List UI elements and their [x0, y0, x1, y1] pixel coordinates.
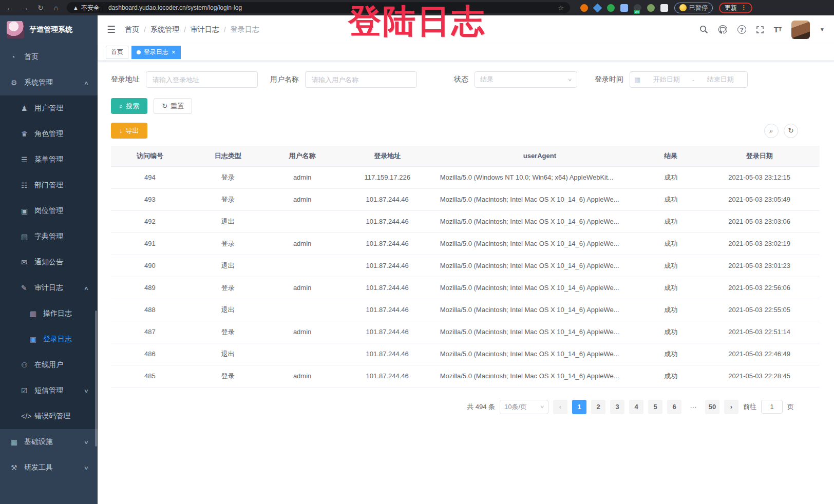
cell-type: 登录: [189, 365, 267, 387]
paused-extension-badge[interactable]: 已暂停: [674, 3, 713, 13]
reset-button[interactable]: ↻ 重置: [154, 98, 192, 114]
login-address-input[interactable]: [146, 71, 258, 88]
sidebar-scrollbar[interactable]: [95, 311, 97, 447]
table-row[interactable]: 488退出101.87.244.46Mozilla/5.0 (Macintosh…: [111, 299, 820, 321]
toggle-search-icon-button[interactable]: ⌕: [764, 124, 779, 138]
table-row[interactable]: 489登录admin101.87.244.46Mozilla/5.0 (Maci…: [111, 277, 820, 299]
sidebar-item-post-mgmt[interactable]: ▣岗位管理: [0, 198, 98, 224]
cell-user: admin: [267, 321, 338, 343]
url-text[interactable]: dashboard.yudao.iocoder.cn/system/log/lo…: [108, 4, 242, 11]
more-pages-icon[interactable]: ···: [686, 400, 700, 414]
user-avatar[interactable]: [791, 21, 810, 39]
ext-grid-icon[interactable]: [620, 4, 628, 12]
sidebar-item-errcode[interactable]: </>错误码管理: [0, 403, 98, 429]
page-button-2[interactable]: 2: [591, 400, 605, 414]
table-row[interactable]: 490退出101.87.244.46Mozilla/5.0 (Macintosh…: [111, 255, 820, 277]
breadcrumb-item-3[interactable]: 审计日志: [191, 25, 219, 34]
sidebar-item-menu-mgmt[interactable]: ☰菜单管理: [0, 147, 98, 172]
sidebar-item-devtool[interactable]: ⚒研发工具∨: [0, 455, 98, 480]
ext-orange-icon[interactable]: [580, 4, 588, 12]
status-select[interactable]: 结果 ∨: [475, 71, 577, 88]
cell-user: [267, 299, 338, 321]
tab-首页[interactable]: 首页: [106, 46, 128, 59]
close-tab-icon[interactable]: ×: [172, 49, 176, 55]
sidebar-item-label: 基础设施: [24, 437, 53, 447]
table-row[interactable]: 492退出101.87.244.46Mozilla/5.0 (Macintosh…: [111, 210, 820, 232]
browser-menu-icon[interactable]: ⋮: [741, 4, 747, 11]
export-button-label: 导出: [126, 126, 139, 135]
column-header-ip: 登录地址: [338, 146, 437, 166]
username-input[interactable]: [305, 71, 417, 88]
sidebar-item-role-mgmt[interactable]: ♛角色管理: [0, 121, 98, 147]
cell-ip: 101.87.244.46: [338, 343, 437, 365]
tab-登录日志[interactable]: 登录日志×: [131, 46, 181, 59]
sidebar-item-label: 部门管理: [34, 181, 63, 190]
reload-icon[interactable]: ↻: [36, 4, 45, 12]
bookmark-star-icon[interactable]: ☆: [558, 4, 564, 12]
table-row[interactable]: 485登录admin101.87.244.46Mozilla/5.0 (Maci…: [111, 365, 820, 387]
cell-ip: 117.159.17.226: [338, 166, 437, 188]
page-size-select[interactable]: 10条/页 ∨: [500, 400, 548, 414]
sidebar-item-online-user[interactable]: ⚇在线用户: [0, 352, 98, 378]
page-button-50[interactable]: 50: [705, 400, 719, 414]
chevron-down-icon[interactable]: ▼: [820, 27, 825, 32]
forward-icon[interactable]: →: [21, 4, 30, 12]
sidebar-item-system[interactable]: ⚙系统管理∧: [0, 70, 98, 95]
sidebar-item-user-mgmt[interactable]: ♟用户管理: [0, 95, 98, 121]
table-row[interactable]: 486退出101.87.244.46Mozilla/5.0 (Macintosh…: [111, 343, 820, 365]
sidebar-item-infra[interactable]: ▦基础设施∨: [0, 429, 98, 455]
page-button-1[interactable]: 1: [572, 400, 586, 414]
table-row[interactable]: 491登录admin101.87.244.46Mozilla/5.0 (Maci…: [111, 232, 820, 255]
github-icon[interactable]: [718, 25, 728, 34]
fullscreen-icon[interactable]: [756, 26, 764, 34]
help-icon[interactable]: ?: [737, 25, 746, 34]
ext-puzzle-icon[interactable]: [660, 4, 668, 12]
start-date-placeholder[interactable]: 开始日期: [643, 75, 689, 84]
page-button-4[interactable]: 4: [629, 400, 643, 414]
sidebar-item-label: 首页: [24, 52, 39, 62]
search-button[interactable]: ⌕ 搜索: [111, 98, 147, 114]
home-icon[interactable]: ⌂: [51, 4, 61, 12]
back-icon[interactable]: ←: [5, 4, 14, 12]
search-icon[interactable]: [699, 25, 708, 34]
export-button[interactable]: ↓ 导出: [111, 123, 147, 139]
next-page-button[interactable]: ›: [724, 400, 738, 414]
breadcrumb-item-2[interactable]: 系统管理: [150, 25, 179, 34]
status-label: 状态: [454, 75, 468, 84]
refresh-table-icon-button[interactable]: ↻: [784, 124, 798, 138]
cell-ip: 101.87.244.46: [338, 365, 437, 387]
address-bar[interactable]: ▲ 不安全 dashboard.yudao.iocoder.cn/system/…: [67, 2, 570, 13]
table-row[interactable]: 494登录admin117.159.17.226Mozilla/5.0 (Win…: [111, 166, 820, 188]
ext-leaf-icon[interactable]: [647, 4, 655, 12]
browser-update-button[interactable]: 更新 ⋮: [719, 3, 752, 13]
security-status[interactable]: ▲ 不安全: [73, 4, 104, 12]
sidebar-item-sms-mgmt[interactable]: ☑短信管理∨: [0, 378, 98, 403]
font-size-icon[interactable]: TT: [774, 25, 782, 34]
sidebar-logo-row[interactable]: 芋道管理系统: [0, 15, 98, 44]
login-time-range-picker[interactable]: ▦ 开始日期 - 结束日期: [630, 71, 748, 88]
sidebar-item-audit-log[interactable]: ✎审计日志∧: [0, 275, 98, 301]
cell-type: 登录: [189, 166, 267, 188]
sidebar-item-dict-mgmt[interactable]: ▤字典管理: [0, 224, 98, 249]
sidebar-item-dept-mgmt[interactable]: ☷部门管理: [0, 172, 98, 198]
ext-green-check-icon[interactable]: [607, 4, 615, 12]
end-date-placeholder[interactable]: 结束日期: [697, 75, 743, 84]
goto-page-input[interactable]: [761, 400, 783, 414]
page-button-5[interactable]: 5: [648, 400, 662, 414]
code-icon: </>: [21, 412, 34, 420]
ext-on-icon[interactable]: on: [634, 4, 641, 12]
sidebar-item-login-log[interactable]: ▣登录日志: [0, 326, 98, 352]
page-button-3[interactable]: 3: [610, 400, 624, 414]
prev-page-button[interactable]: ‹: [553, 400, 567, 414]
sidebar-item-notice[interactable]: ✉通知公告: [0, 249, 98, 275]
sidebar-item-operate-log[interactable]: ▥操作日志: [0, 301, 98, 326]
sidebar-item-home[interactable]: ◔首页: [0, 44, 98, 70]
breadcrumb-item-1[interactable]: 首页: [125, 25, 139, 34]
ext-blue-diamond-icon[interactable]: [593, 3, 602, 12]
table-row[interactable]: 487登录admin101.87.244.46Mozilla/5.0 (Maci…: [111, 321, 820, 343]
chevron-up-icon: ∧: [84, 285, 89, 291]
collapse-sidebar-icon[interactable]: ☰: [107, 24, 116, 35]
sidebar-item-label: 用户管理: [34, 104, 63, 113]
page-button-6[interactable]: 6: [667, 400, 681, 414]
table-row[interactable]: 493登录admin101.87.244.46Mozilla/5.0 (Maci…: [111, 188, 820, 210]
